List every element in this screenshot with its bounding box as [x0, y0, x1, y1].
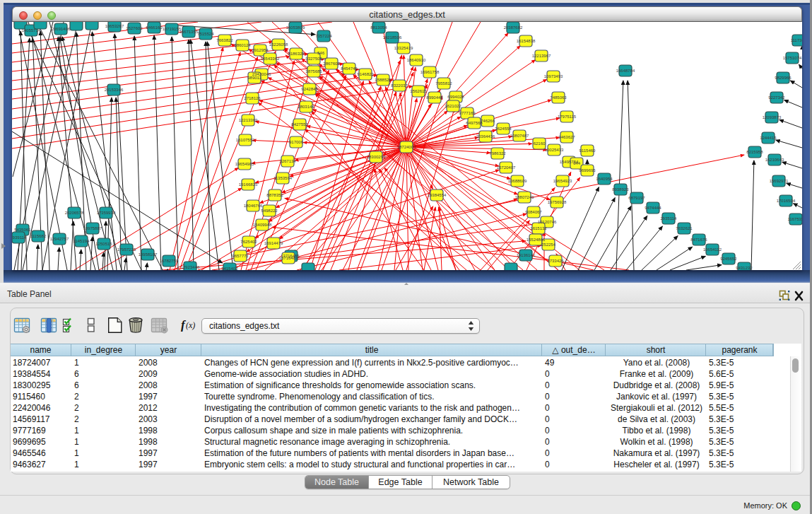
- svg-text:10688609: 10688609: [508, 179, 527, 183]
- svg-text:8990448: 8990448: [426, 95, 443, 100]
- svg-text:2867608: 2867608: [323, 62, 340, 66]
- svg-text:12923446: 12923446: [181, 265, 200, 269]
- svg-text:19218506: 19218506: [383, 35, 402, 40]
- svg-text:8215958: 8215958: [746, 150, 763, 154]
- svg-text:11353594: 11353594: [273, 176, 293, 180]
- svg-text:9245652: 9245652: [720, 257, 737, 261]
- svg-text:14136141: 14136141: [517, 253, 536, 257]
- svg-text:989011: 989011: [247, 76, 261, 80]
- svg-text:15720407: 15720407: [497, 165, 516, 170]
- svg-text:8860124: 8860124: [234, 43, 251, 47]
- svg-text:8813054: 8813054: [370, 25, 387, 30]
- svg-text:546: 546: [317, 51, 325, 55]
- svg-text:1250515: 1250515: [95, 242, 112, 246]
- svg-text:20206578: 20206578: [65, 211, 84, 215]
- svg-text:16782759: 16782759: [160, 259, 179, 263]
- svg-text:10653267: 10653267: [105, 24, 124, 28]
- svg-text:9327505: 9327505: [305, 57, 322, 61]
- svg-text:19654985: 19654985: [235, 162, 254, 166]
- svg-text:9474444: 9474444: [645, 206, 661, 210]
- svg-text:9242845: 9242845: [301, 87, 318, 91]
- svg-text:8454749: 8454749: [341, 66, 358, 71]
- svg-text:1733426: 1733426: [547, 259, 564, 263]
- svg-text:2803144: 2803144: [298, 105, 314, 109]
- svg-text:9115460: 9115460: [579, 148, 596, 153]
- svg-text:9431232: 9431232: [736, 266, 753, 270]
- svg-text:16053809: 16053809: [286, 25, 305, 30]
- svg-text:1117344: 1117344: [791, 38, 802, 42]
- svg-text:8186328: 8186328: [288, 52, 305, 56]
- svg-text:16961758: 16961758: [420, 70, 440, 74]
- svg-text:16648784: 16648784: [616, 69, 635, 73]
- svg-text:17016504: 17016504: [777, 199, 796, 203]
- svg-text:9415402: 9415402: [221, 267, 238, 270]
- svg-text:20387682: 20387682: [504, 25, 523, 30]
- svg-text:8938923: 8938923: [612, 187, 629, 192]
- svg-text:16543362: 16543362: [261, 57, 280, 61]
- svg-text:5435061: 5435061: [14, 228, 31, 232]
- svg-text:12942757: 12942757: [50, 237, 69, 241]
- svg-text:12093873: 12093873: [763, 115, 782, 119]
- svg-text:644: 644: [573, 161, 581, 165]
- svg-text:15226058: 15226058: [269, 42, 288, 47]
- svg-text:7955812: 7955812: [435, 81, 452, 86]
- svg-text:3624554: 3624554: [495, 127, 512, 131]
- svg-text:15409948: 15409948: [253, 223, 272, 227]
- svg-text:16671355: 16671355: [180, 30, 199, 34]
- svg-text:1145194: 1145194: [73, 239, 90, 243]
- svg-text:7485063: 7485063: [550, 95, 567, 100]
- svg-text:14055714: 14055714: [22, 28, 41, 33]
- svg-text:1562615: 1562615: [410, 89, 427, 93]
- svg-text:8912954: 8912954: [252, 48, 269, 52]
- svg-text:16210643: 16210643: [765, 158, 784, 162]
- svg-text:10654112: 10654112: [703, 247, 722, 252]
- svg-text:17359938: 17359938: [97, 211, 116, 215]
- svg-text:746266: 746266: [481, 119, 495, 123]
- svg-text:15716481: 15716481: [279, 256, 298, 260]
- svg-text:10807487: 10807487: [510, 134, 529, 138]
- svg-text:18300295: 18300295: [367, 155, 386, 159]
- svg-text:2935114: 2935114: [661, 216, 678, 221]
- svg-text:10975887: 10975887: [83, 226, 102, 230]
- svg-text:7625402: 7625402: [240, 240, 257, 244]
- svg-text:8471676: 8471676: [690, 238, 707, 242]
- svg-text:6879197: 6879197: [628, 196, 645, 200]
- svg-text:15524861: 15524861: [526, 238, 546, 242]
- svg-text:7663822: 7663822: [216, 38, 233, 42]
- svg-text:1244415: 1244415: [760, 136, 777, 140]
- svg-text:7986322: 7986322: [489, 151, 506, 156]
- svg-text:10958107: 10958107: [139, 252, 158, 257]
- svg-text:7515524: 7515524: [197, 32, 214, 36]
- svg-text:5498222: 5498222: [261, 209, 278, 213]
- svg-text:1167533: 1167533: [788, 217, 802, 221]
- svg-text:1588520: 1588520: [375, 78, 392, 82]
- svg-text:(x): (x): [186, 320, 195, 330]
- svg-text:1640954: 1640954: [596, 177, 613, 181]
- svg-text:20691406: 20691406: [52, 27, 71, 31]
- svg-text:18046766: 18046766: [244, 204, 263, 208]
- svg-text:20153346: 20153346: [105, 88, 124, 92]
- svg-text:15751074: 15751074: [783, 56, 802, 60]
- svg-text:19166825: 19166825: [239, 182, 258, 187]
- svg-text:10973493: 10973493: [544, 74, 563, 78]
- svg-text:9463627: 9463627: [558, 135, 575, 139]
- svg-text:18724007: 18724007: [397, 145, 416, 149]
- svg-text:18640910: 18640910: [407, 58, 426, 62]
- svg-text:10120746: 10120746: [538, 220, 557, 224]
- svg-text:9777169: 9777169: [459, 111, 476, 115]
- svg-text:9227342: 9227342: [768, 95, 785, 100]
- svg-text:6497568: 6497568: [466, 121, 483, 125]
- svg-text:8878352: 8878352: [266, 193, 283, 197]
- svg-text:17975115: 17975115: [558, 115, 577, 119]
- svg-text:9146821: 9146821: [357, 72, 374, 76]
- svg-text:17957225: 17957225: [117, 247, 136, 252]
- svg-text:6994028: 6994028: [447, 95, 464, 99]
- svg-text:12213369: 12213369: [239, 118, 258, 122]
- svg-text:917006: 917006: [289, 140, 304, 144]
- svg-text:9829966: 9829966: [775, 76, 792, 80]
- svg-text:3267134: 3267134: [279, 159, 296, 163]
- svg-text:62160: 62160: [534, 141, 546, 146]
- svg-text:1615132: 1615132: [530, 226, 547, 230]
- svg-text:7632621: 7632621: [676, 226, 693, 230]
- svg-text:8427552: 8427552: [291, 122, 308, 127]
